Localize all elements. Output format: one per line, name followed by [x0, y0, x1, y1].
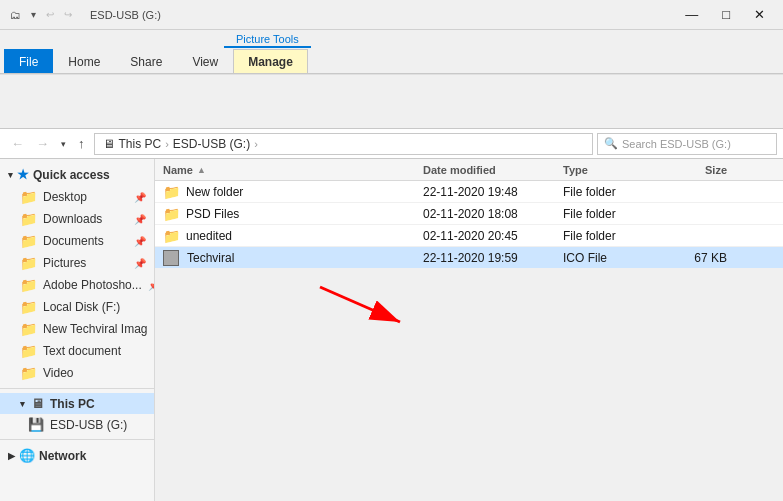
file-date: 22-11-2020 19:48 [415, 185, 555, 199]
breadcrumb-esd[interactable]: ESD-USB (G:) [173, 137, 250, 151]
svg-line-1 [320, 287, 400, 322]
file-name: PSD Files [186, 207, 239, 221]
window-icon: 🗂 [6, 7, 25, 23]
sidebar-item-text-doc[interactable]: 📁 Text document [0, 340, 154, 362]
breadcrumb-this-pc[interactable]: This PC [119, 137, 162, 151]
pin-icon: 📌 [134, 236, 146, 247]
folder-icon: 📁 [20, 233, 37, 249]
search-placeholder: Search ESD-USB (G:) [622, 138, 731, 150]
sidebar-item-label: Desktop [43, 190, 87, 204]
picture-tools-label: Picture Tools [224, 32, 311, 48]
sidebar-item-label: Documents [43, 234, 104, 248]
file-type: File folder [555, 185, 655, 199]
sidebar-item-label: Adobe Photosho... [43, 278, 142, 292]
sidebar-item-label: Pictures [43, 256, 86, 270]
up-button[interactable]: ↑ [73, 134, 90, 153]
maximize-btn[interactable]: □ [710, 7, 742, 22]
tab-home[interactable]: Home [53, 49, 115, 73]
red-arrow-overlay [310, 277, 430, 340]
file-name: New folder [186, 185, 243, 199]
sidebar-item-documents[interactable]: 📁 Documents 📌 [0, 230, 154, 252]
pin-icon: 📌 [148, 280, 154, 291]
file-name: Techviral [187, 251, 234, 265]
file-type: File folder [555, 229, 655, 243]
sidebar-item-label: Video [43, 366, 73, 380]
sidebar-item-pictures[interactable]: 📁 Pictures 📌 [0, 252, 154, 274]
address-bar: ← → ▾ ↑ 🖥 This PC › ESD-USB (G:) › 🔍 Sea… [0, 129, 783, 159]
folder-icon: 📁 [20, 189, 37, 205]
sidebar-this-pc[interactable]: ▾ 🖥 This PC [0, 393, 154, 414]
search-box[interactable]: 🔍 Search ESD-USB (G:) [597, 133, 777, 155]
undo-icon[interactable]: ↩ [42, 7, 58, 22]
picture-tools-header-row: Picture Tools [0, 30, 783, 48]
tab-view[interactable]: View [177, 49, 233, 73]
redo-icon: ↪ [60, 7, 76, 22]
main-layout: ▾ ★ Quick access 📁 Desktop 📌 📁 Downloads… [0, 159, 783, 501]
file-name-cell: Techviral [155, 250, 415, 266]
col-header-date[interactable]: Date modified [415, 164, 555, 176]
close-btn[interactable]: ✕ [742, 7, 777, 22]
col-header-size[interactable]: Size [655, 164, 735, 176]
file-date: 02-11-2020 18:08 [415, 207, 555, 221]
minimize-btn[interactable]: — [673, 7, 710, 22]
file-type: File folder [555, 207, 655, 221]
title-bar: 🗂 ▾ ↩ ↪ ESD-USB (G:) — □ ✕ [0, 0, 783, 30]
table-row[interactable]: 📁 unedited 02-11-2020 20:45 File folder [155, 225, 783, 247]
sidebar-item-video[interactable]: 📁 Video [0, 362, 154, 384]
sidebar-item-label: Local Disk (F:) [43, 300, 120, 314]
folder-icon: 📁 [20, 343, 37, 359]
breadcrumb-pc-icon: 🖥 [103, 137, 115, 151]
col-size-label: Size [705, 164, 727, 176]
sidebar-item-downloads[interactable]: 📁 Downloads 📌 [0, 208, 154, 230]
breadcrumb-sep-1: › [165, 138, 169, 150]
file-type: ICO File [555, 251, 655, 265]
chevron-right-icon: ▶ [8, 451, 15, 461]
tab-manage[interactable]: Manage [233, 49, 308, 73]
quick-access-icon: ▾ [27, 7, 40, 22]
pc-icon: 🖥 [31, 396, 44, 411]
col-name-label: Name [163, 164, 193, 176]
dropdown-button[interactable]: ▾ [56, 137, 71, 151]
sidebar-item-photoshop[interactable]: 📁 Adobe Photosho... 📌 [0, 274, 154, 296]
file-name-cell: 📁 unedited [155, 228, 415, 244]
pin-icon: 📌 [134, 214, 146, 225]
sidebar-item-esd-usb[interactable]: 💾 ESD-USB (G:) [0, 414, 154, 435]
sidebar-item-desktop[interactable]: 📁 Desktop 📌 [0, 186, 154, 208]
sidebar-divider-1 [0, 388, 154, 389]
star-icon: ★ [17, 167, 29, 182]
tab-share[interactable]: Share [115, 49, 177, 73]
network-icon: 🌐 [19, 448, 35, 463]
search-icon: 🔍 [604, 137, 618, 150]
quick-access-label: Quick access [33, 168, 110, 182]
ico-thumbnail [163, 250, 179, 266]
file-name-cell: 📁 PSD Files [155, 206, 415, 222]
sidebar-item-techviral-img[interactable]: 📁 New Techviral Imag [0, 318, 154, 340]
sidebar: ▾ ★ Quick access 📁 Desktop 📌 📁 Downloads… [0, 159, 155, 501]
file-size: 67 KB [655, 251, 735, 265]
folder-icon: 📁 [20, 255, 37, 271]
address-path[interactable]: 🖥 This PC › ESD-USB (G:) › [94, 133, 594, 155]
tab-file[interactable]: File [4, 49, 53, 73]
ribbon-tabs: File Home Share View Manage [0, 48, 783, 74]
back-button[interactable]: ← [6, 134, 29, 153]
table-row[interactable]: 📁 New folder 22-11-2020 19:48 File folde… [155, 181, 783, 203]
table-row[interactable]: 📁 PSD Files 02-11-2020 18:08 File folder [155, 203, 783, 225]
sidebar-quick-access[interactable]: ▾ ★ Quick access [0, 163, 154, 186]
forward-button[interactable]: → [31, 134, 54, 153]
pin-icon: 📌 [134, 192, 146, 203]
file-list: Name ▲ Date modified Type Size 📁 New fol… [155, 159, 783, 269]
table-row[interactable]: Techviral 22-11-2020 19:59 ICO File 67 K… [155, 247, 783, 269]
file-date: 02-11-2020 20:45 [415, 229, 555, 243]
sidebar-item-label: Text document [43, 344, 121, 358]
ribbon-content [0, 74, 783, 128]
col-header-name[interactable]: Name ▲ [155, 164, 415, 176]
window-controls[interactable]: 🗂 ▾ ↩ ↪ ESD-USB (G:) [6, 7, 165, 23]
chevron-down-icon: ▾ [8, 170, 13, 180]
sidebar-item-label: Downloads [43, 212, 102, 226]
col-header-type[interactable]: Type [555, 164, 655, 176]
folder-icon: 📁 [20, 321, 37, 337]
file-area-wrapper: Name ▲ Date modified Type Size 📁 New fol… [155, 159, 783, 501]
sidebar-network[interactable]: ▶ 🌐 Network [0, 444, 154, 467]
breadcrumb-sep-2: › [254, 138, 258, 150]
sidebar-item-localdisk[interactable]: 📁 Local Disk (F:) [0, 296, 154, 318]
